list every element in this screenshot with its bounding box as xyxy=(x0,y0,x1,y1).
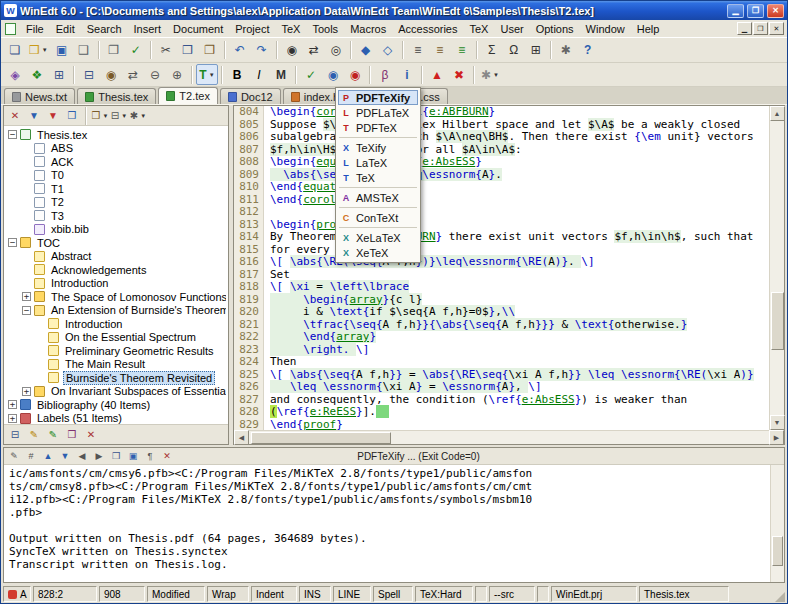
scroll-thumb[interactable] xyxy=(771,292,784,350)
status-tex-mode[interactable]: TeX:Hard xyxy=(415,586,473,602)
hscroll-thumb[interactable] xyxy=(251,432,391,444)
status-line-mode[interactable]: LINE xyxy=(333,586,371,602)
outline-menu-button[interactable]: ❒▼ xyxy=(91,107,109,124)
table-wizard-button[interactable]: ⊞ xyxy=(48,64,70,85)
menu-item-tex[interactable]: TeX xyxy=(463,22,494,36)
pdf-texify-button[interactable]: T▼ xyxy=(196,64,218,85)
tree-options-menu-button[interactable]: ✱▼ xyxy=(129,107,147,124)
edit-labels-button[interactable]: ✎ xyxy=(44,426,62,443)
scroll-left-arrow[interactable]: ◀ xyxy=(234,430,249,445)
menu-item-project[interactable]: Project xyxy=(229,22,275,36)
print-preview-button[interactable]: ❐ xyxy=(103,40,125,61)
tree-item[interactable]: xbib.bib xyxy=(6,223,226,237)
numbered-list-button[interactable]: ≡ xyxy=(429,40,451,61)
menu-item-tex[interactable]: TTeX xyxy=(338,170,418,185)
expand-icon[interactable]: + xyxy=(22,387,31,396)
menu-item-window[interactable]: Window xyxy=(580,22,631,36)
editor-line[interactable]: 820 i & \text{if $\seq{A f,h}=0$},\\ xyxy=(234,306,769,319)
collapse-icon[interactable]: − xyxy=(8,238,17,247)
unfold-button[interactable]: ⊕ xyxy=(166,64,188,85)
collapse-menu-button[interactable]: ⊟▼ xyxy=(110,107,128,124)
prev-error-button[interactable]: ▲ xyxy=(40,449,56,463)
tree-item[interactable]: On the Essential Spectrum xyxy=(6,331,226,345)
filter-descending-button[interactable]: ▼ xyxy=(44,107,62,124)
insert-sum-button[interactable]: Σ xyxy=(481,40,503,61)
fold-button[interactable]: ⊖ xyxy=(144,64,166,85)
undo-button[interactable]: ↶ xyxy=(229,40,251,61)
close-log-button[interactable]: ✕ xyxy=(159,449,175,463)
status-line-count[interactable]: 908 xyxy=(99,586,145,602)
tree-item[interactable]: ACK xyxy=(6,155,226,169)
save-button[interactable]: ▣ xyxy=(51,40,73,61)
texify-button[interactable]: ✓ xyxy=(300,64,322,85)
find-button[interactable]: ◉ xyxy=(281,40,303,61)
gather-button[interactable]: ◉ xyxy=(100,64,122,85)
insert-table-button[interactable]: ⊞ xyxy=(525,40,547,61)
menu-item-texify[interactable]: XTeXify xyxy=(338,140,418,155)
open-folder-button[interactable]: ❒▼ xyxy=(26,40,51,61)
open-book-button[interactable]: ❒ xyxy=(63,107,81,124)
menu-item-tools[interactable]: Tools xyxy=(306,22,344,36)
status-resize-grip[interactable] xyxy=(771,586,785,602)
scroll-right-arrow[interactable]: ▶ xyxy=(769,430,784,445)
tree-item[interactable]: T1 xyxy=(6,182,226,196)
status-src-mode[interactable]: --src xyxy=(489,586,535,602)
tree-item[interactable]: T0 xyxy=(6,169,226,183)
adobe-reader-button[interactable]: ▲ xyxy=(426,64,448,85)
menu-item-xetex[interactable]: XXeTeX xyxy=(338,245,418,260)
save-log-button[interactable]: ▣ xyxy=(125,449,141,463)
menu-item-file[interactable]: File xyxy=(20,22,50,36)
menu-item-edit[interactable]: Edit xyxy=(50,22,81,36)
edit-toc-button[interactable]: ✎ xyxy=(25,426,43,443)
editor-line[interactable]: 808\begin{equation}\label{e:AbsESS} xyxy=(234,156,769,169)
status-blank-2[interactable] xyxy=(537,586,549,602)
swap-panels-button[interactable]: ⇄ xyxy=(122,64,144,85)
status-project-name[interactable]: WinEdt.prj xyxy=(551,586,637,602)
copy-log-button[interactable]: ❒ xyxy=(108,449,124,463)
doc-restore-button[interactable]: ❐ xyxy=(753,22,768,35)
scroll-track[interactable] xyxy=(770,121,785,415)
find-in-files-button[interactable]: ◎ xyxy=(325,40,347,61)
insert-symbol-button[interactable]: Ω xyxy=(503,40,525,61)
output-vertical-scrollbar[interactable] xyxy=(770,465,784,582)
minimize-button[interactable]: ▁ xyxy=(727,4,744,18)
tab-doc12[interactable]: Doc12 xyxy=(220,88,281,104)
description-list-button[interactable]: ≡ xyxy=(451,40,473,61)
paste-button[interactable]: ❐ xyxy=(199,40,221,61)
expand-icon[interactable]: + xyxy=(8,414,17,423)
hscroll-track[interactable] xyxy=(249,431,769,445)
bibtex-button[interactable]: β xyxy=(374,64,396,85)
expand-icon[interactable]: + xyxy=(22,292,31,301)
spell-check-button[interactable]: ✓ xyxy=(125,40,147,61)
bullet-list-button[interactable]: ≡ xyxy=(407,40,429,61)
editor-line[interactable]: 818\[ \xi = \left\lbrace xyxy=(234,281,769,294)
status-blank-1[interactable] xyxy=(475,586,487,602)
cut-button[interactable]: ✂ xyxy=(155,40,177,61)
project-tree-button[interactable]: ⊟ xyxy=(78,64,100,85)
tree-close-button[interactable]: ✕ xyxy=(6,107,24,124)
tree-item[interactable]: Abstract xyxy=(6,250,226,264)
editor-line[interactable]: 811\end{corollary} xyxy=(234,194,769,207)
collapse-icon[interactable]: − xyxy=(8,130,17,139)
menu-item-xelatex[interactable]: XXeLaTeX xyxy=(338,230,418,245)
pdf-preview-button[interactable]: ◉ xyxy=(344,64,366,85)
close-button[interactable]: ✕ xyxy=(767,4,784,18)
tab-t2-tex[interactable]: T2.tex xyxy=(158,87,218,104)
doc-close-button[interactable]: ✕ xyxy=(769,22,784,35)
status-modified-flag[interactable]: Modified xyxy=(147,586,205,602)
next-bookmark-button[interactable]: ◇ xyxy=(377,40,399,61)
italic-button[interactable]: I xyxy=(248,64,270,85)
previous-bookmark-button[interactable]: ◆ xyxy=(355,40,377,61)
tree-item[interactable]: −TOC xyxy=(6,236,226,250)
editor-line[interactable]: 829\end{proof} xyxy=(234,419,769,431)
tree-item[interactable]: −Thesis.tex xyxy=(6,128,226,142)
menu-item-options[interactable]: Options xyxy=(530,22,580,36)
output-console-button[interactable]: # xyxy=(23,449,39,463)
menu-item-insert[interactable]: Insert xyxy=(128,22,168,36)
status-panel-indicator[interactable]: A xyxy=(3,586,31,602)
wrap-log-button[interactable]: ¶ xyxy=(142,449,158,463)
menu-item-macros[interactable]: Macros xyxy=(344,22,392,36)
menu-item-document[interactable]: Document xyxy=(167,22,229,36)
menu-item-amstex[interactable]: AAMSTeX xyxy=(338,190,418,205)
tab-thesis-tex[interactable]: Thesis.tex xyxy=(77,88,156,104)
